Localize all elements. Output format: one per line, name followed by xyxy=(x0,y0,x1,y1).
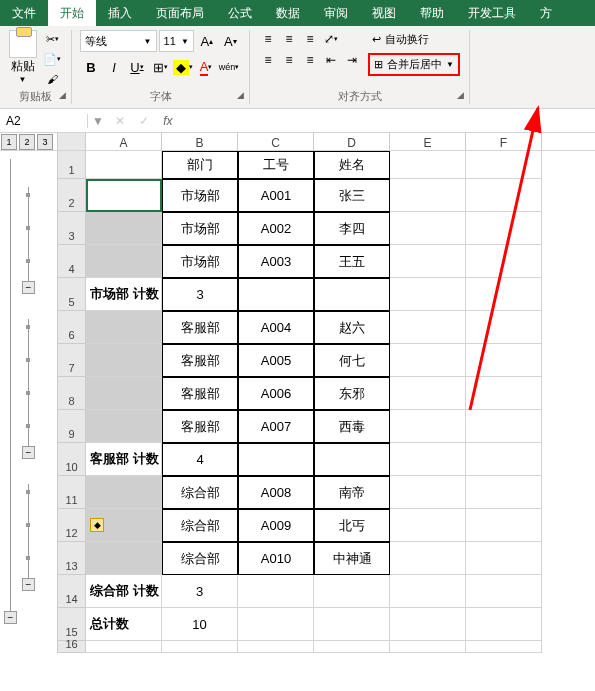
cell-d4[interactable]: 王五 xyxy=(314,245,390,278)
outline-level-3[interactable]: 3 xyxy=(37,134,53,150)
cell-c3[interactable]: A002 xyxy=(238,212,314,245)
cell-e10[interactable] xyxy=(390,443,466,476)
cell-c13[interactable]: A010 xyxy=(238,542,314,575)
cell-a3[interactable] xyxy=(86,212,162,245)
cell-b13[interactable]: 综合部 xyxy=(162,542,238,575)
row-header-11[interactable]: 11 xyxy=(58,476,86,509)
outline-collapse-3[interactable]: − xyxy=(22,578,35,591)
cell-d8[interactable]: 东邪 xyxy=(314,377,390,410)
cell-a13[interactable] xyxy=(86,542,162,575)
row-header-13[interactable]: 13 xyxy=(58,542,86,575)
cell-b7[interactable]: 客服部 xyxy=(162,344,238,377)
alignment-expand[interactable]: ◢ xyxy=(454,90,466,102)
merge-center-button[interactable]: ⊞ 合并后居中 ▼ xyxy=(368,53,460,76)
align-top-button[interactable]: ≡ xyxy=(258,30,278,48)
row-header-9[interactable]: 9 xyxy=(58,410,86,443)
cell-f3[interactable] xyxy=(466,212,542,245)
paste-button[interactable]: 粘贴 ▼ xyxy=(8,30,37,88)
format-painter[interactable]: 🖌 xyxy=(41,70,63,88)
cell-d13[interactable]: 中神通 xyxy=(314,542,390,575)
col-header-d[interactable]: D xyxy=(314,133,390,150)
cell-d14[interactable] xyxy=(314,575,390,608)
cell-c10[interactable] xyxy=(238,443,314,476)
tab-formulas[interactable]: 公式 xyxy=(216,0,264,26)
font-color-button[interactable]: A▾ xyxy=(195,56,217,78)
cell-b12[interactable]: 综合部 xyxy=(162,509,238,542)
cell-e3[interactable] xyxy=(390,212,466,245)
fill-color-button[interactable]: ◆▾ xyxy=(172,56,194,78)
cell-f8[interactable] xyxy=(466,377,542,410)
cell-e12[interactable] xyxy=(390,509,466,542)
increase-font-button[interactable]: A▴ xyxy=(196,30,218,52)
cell-f7[interactable] xyxy=(466,344,542,377)
col-header-e[interactable]: E xyxy=(390,133,466,150)
clipboard-expand[interactable]: ◢ xyxy=(56,90,68,102)
cell-b16[interactable] xyxy=(162,641,238,653)
copy-button[interactable]: 📄▾ xyxy=(41,50,63,68)
cell-e5[interactable] xyxy=(390,278,466,311)
row-header-3[interactable]: 3 xyxy=(58,212,86,245)
outline-level-2[interactable]: 2 xyxy=(19,134,35,150)
cell-c14[interactable] xyxy=(238,575,314,608)
cell-e8[interactable] xyxy=(390,377,466,410)
cell-e9[interactable] xyxy=(390,410,466,443)
tab-more[interactable]: 方 xyxy=(528,0,564,26)
tab-insert[interactable]: 插入 xyxy=(96,0,144,26)
cell-b11[interactable]: 综合部 xyxy=(162,476,238,509)
cell-d5[interactable] xyxy=(314,278,390,311)
row-header-5[interactable]: 5 xyxy=(58,278,86,311)
row-header-16[interactable]: 16 xyxy=(58,641,86,653)
cell-f5[interactable] xyxy=(466,278,542,311)
cell-a1[interactable] xyxy=(86,151,162,179)
tab-file[interactable]: 文件 xyxy=(0,0,48,26)
cell-a2[interactable] xyxy=(86,179,162,212)
cell-f10[interactable] xyxy=(466,443,542,476)
row-header-12[interactable]: 12 xyxy=(58,509,86,542)
cell-f12[interactable] xyxy=(466,509,542,542)
cell-c16[interactable] xyxy=(238,641,314,653)
cell-c8[interactable]: A006 xyxy=(238,377,314,410)
cell-a15[interactable]: 总计数 xyxy=(86,608,162,641)
cell-b1[interactable]: 部门 xyxy=(162,151,238,179)
cell-f4[interactable] xyxy=(466,245,542,278)
cell-c7[interactable]: A005 xyxy=(238,344,314,377)
cell-b15[interactable]: 10 xyxy=(162,608,238,641)
cell-e7[interactable] xyxy=(390,344,466,377)
cell-a7[interactable] xyxy=(86,344,162,377)
row-header-6[interactable]: 6 xyxy=(58,311,86,344)
outline-level-1[interactable]: 1 xyxy=(1,134,17,150)
cell-b5[interactable]: 3 xyxy=(162,278,238,311)
cell-a14[interactable]: 综合部 计数 xyxy=(86,575,162,608)
row-header-4[interactable]: 4 xyxy=(58,245,86,278)
cell-b3[interactable]: 市场部 xyxy=(162,212,238,245)
cell-e2[interactable] xyxy=(390,179,466,212)
cell-e15[interactable] xyxy=(390,608,466,641)
align-center-button[interactable]: ≡ xyxy=(279,51,299,69)
confirm-icon[interactable]: ✓ xyxy=(132,114,156,128)
cell-c4[interactable]: A003 xyxy=(238,245,314,278)
font-name-select[interactable]: 等线▼ xyxy=(80,30,157,52)
cell-e11[interactable] xyxy=(390,476,466,509)
smart-tag-icon[interactable]: ◆ xyxy=(90,518,104,532)
cell-d12[interactable]: 北丐 xyxy=(314,509,390,542)
outline-collapse-1[interactable]: − xyxy=(22,281,35,294)
align-middle-button[interactable]: ≡ xyxy=(279,30,299,48)
cell-e6[interactable] xyxy=(390,311,466,344)
cell-d7[interactable]: 何七 xyxy=(314,344,390,377)
border-button[interactable]: ⊞▾ xyxy=(149,56,171,78)
cell-a8[interactable] xyxy=(86,377,162,410)
tab-review[interactable]: 审阅 xyxy=(312,0,360,26)
cell-b2[interactable]: 市场部 xyxy=(162,179,238,212)
tab-pagelayout[interactable]: 页面布局 xyxy=(144,0,216,26)
cell-a16[interactable] xyxy=(86,641,162,653)
pinyin-button[interactable]: wén▾ xyxy=(218,56,240,78)
cell-d1[interactable]: 姓名 xyxy=(314,151,390,179)
cell-c9[interactable]: A007 xyxy=(238,410,314,443)
cell-a9[interactable] xyxy=(86,410,162,443)
cell-d16[interactable] xyxy=(314,641,390,653)
cell-b8[interactable]: 客服部 xyxy=(162,377,238,410)
cell-d3[interactable]: 李四 xyxy=(314,212,390,245)
cell-b9[interactable]: 客服部 xyxy=(162,410,238,443)
cell-e13[interactable] xyxy=(390,542,466,575)
tab-developer[interactable]: 开发工具 xyxy=(456,0,528,26)
